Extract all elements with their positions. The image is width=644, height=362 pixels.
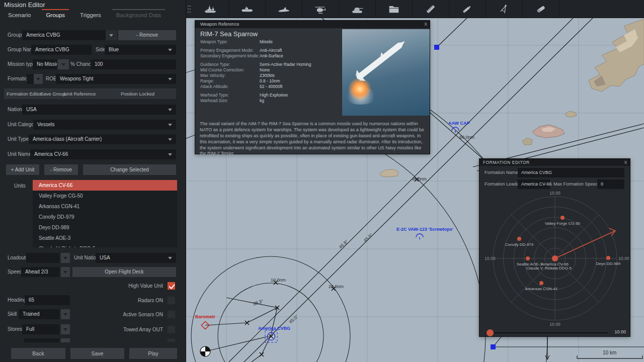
unit-list-item[interactable]: Conolly DD-979 — [33, 212, 177, 222]
tab-scenario[interactable]: Scenario — [4, 9, 35, 22]
stat-label: Guidance Type: — [200, 62, 260, 67]
ruler-icon[interactable] — [413, 0, 449, 18]
open-flight-deck-button[interactable]: Open Flight Deck — [72, 267, 176, 277]
map-marker-square[interactable] — [434, 45, 439, 50]
groups-dropdown-arrow[interactable] — [106, 30, 117, 40]
stat-value: Missile — [260, 39, 273, 45]
stores-dropdown[interactable]: Full — [22, 324, 59, 334]
unit-list-item[interactable]: Seattle AOE-3 — [33, 233, 177, 243]
panel-title: Mission Editor — [4, 1, 45, 9]
map-marker-circle-x[interactable] — [265, 330, 277, 342]
mission-editor-panel: Mission Editor ScenarioGroupsTriggersBac… — [0, 0, 186, 362]
radars-on-label: Radars ON — [98, 296, 163, 305]
submarine-icon[interactable] — [229, 0, 266, 18]
unit-list-item[interactable]: America CV-66 — [33, 180, 177, 191]
loadouts-dropdown[interactable] — [26, 253, 59, 263]
skill-arrow-button[interactable] — [61, 309, 70, 319]
formation-unit-dot[interactable] — [526, 256, 530, 260]
weapon-reference-title: Weapon Reference — [200, 22, 239, 27]
formation-plot[interactable]: 10.00 10.00 10.00 10.00 Valley Forge CG-… — [479, 159, 631, 337]
side-dropdown[interactable]: Blue — [105, 45, 176, 55]
heading-input[interactable]: 65 — [25, 295, 70, 305]
formation-unit-dot[interactable] — [560, 216, 565, 220]
weapon-stat-row: Secondary Engagement Mode:Anti-Surface — [200, 53, 337, 59]
stat-label: Weapon Type: — [200, 39, 260, 45]
folder-icon[interactable] — [376, 0, 413, 18]
unit-list-item[interactable]: Arkansas CGN-41 — [33, 201, 177, 212]
formation-unit-dot[interactable] — [539, 281, 543, 285]
formation-unit-dot[interactable] — [552, 255, 558, 261]
unit-category-dropdown[interactable]: Vessels — [33, 120, 176, 130]
toolbar-grip-icon[interactable] — [186, 0, 192, 18]
plot-scale-right: 10.00 — [618, 256, 629, 261]
loadouts-label: Loadouts — [8, 253, 28, 263]
tab-background-data[interactable]: Background Data — [112, 9, 165, 22]
remove-unit-button[interactable]: - Remove — [44, 164, 78, 175]
formation-unit-dot[interactable] — [606, 256, 610, 260]
nation-dropdown[interactable]: USA — [22, 105, 176, 115]
unit-type-dropdown[interactable]: America-class (Aircraft Carrier) — [29, 134, 176, 144]
back-button[interactable]: Back — [11, 348, 65, 359]
action-save-group[interactable]: Save Group — [40, 88, 66, 99]
weapon-name: RIM-7 Sea Sparrow — [200, 30, 258, 38]
loadouts-arrow-button[interactable] — [61, 253, 70, 263]
map-label: AAW CAP — [448, 121, 470, 126]
action-position-locked[interactable]: Position Locked — [121, 88, 154, 99]
pencil-icon[interactable] — [449, 0, 486, 18]
speed-arrow-button[interactable] — [61, 267, 70, 277]
units-list[interactable]: America CV-66Valley Forge CG-50Arkansas … — [33, 180, 177, 247]
high-value-unit-checkbox[interactable] — [167, 282, 176, 290]
unit-nation-dropdown[interactable]: USA — [96, 253, 176, 263]
towed-array-checkbox[interactable] — [167, 325, 176, 334]
action-formation-editor[interactable]: Formation Editor — [7, 88, 42, 99]
compass-icon[interactable] — [486, 0, 523, 18]
plot-scale-top: 10.00 — [549, 191, 560, 196]
mission-type-dropdown[interactable]: No Mission — [33, 59, 57, 69]
close-icon[interactable]: X — [424, 21, 427, 28]
map-marker-quarter-circle[interactable] — [200, 346, 210, 356]
unit-list-item[interactable]: Valley Forge CG-50 — [33, 191, 177, 201]
stat-label: Max Velocity: — [200, 73, 260, 78]
zoom-slider-track[interactable] — [495, 332, 608, 333]
unit-list-item[interactable]: Deyo DD-989 — [33, 222, 177, 233]
chevron-down-icon — [61, 63, 65, 66]
chance-input[interactable]: 100 — [91, 59, 176, 69]
active-sonars-checkbox[interactable] — [167, 310, 176, 319]
formation-arrow-button[interactable] — [34, 74, 43, 84]
play-button[interactable]: Play — [129, 348, 177, 359]
tank-icon[interactable] — [339, 0, 376, 18]
save-button[interactable]: Save — [70, 348, 124, 359]
stores-arrow-button[interactable] — [61, 324, 70, 334]
remove-group-button[interactable]: - Remove — [118, 30, 176, 40]
zoom-slider-handle[interactable] — [487, 329, 494, 336]
map-marker-square[interactable] — [491, 344, 496, 349]
map-marker-air-arc[interactable] — [416, 234, 423, 239]
helicopter-icon[interactable] — [302, 0, 339, 18]
action-unit-reference[interactable]: Unit Reference — [64, 88, 96, 99]
plot-scale-bottom: 10.00 — [549, 322, 560, 327]
groups-dropdown[interactable]: America CVBG — [22, 30, 106, 40]
eraser-icon[interactable] — [523, 0, 559, 18]
add-unit-button[interactable]: + Add Unit — [6, 164, 39, 175]
roe-dropdown[interactable]: Weapons Tight — [56, 74, 176, 84]
mission-type-arrow-button[interactable] — [58, 59, 69, 69]
speed-dropdown[interactable]: Ahead 2/3 — [21, 267, 59, 277]
tab-groups[interactable]: Groups — [42, 9, 69, 22]
weapon-stat-row: Attack Altitude:52 - 40000ft — [200, 84, 337, 89]
change-selected-button[interactable]: Change Selected — [83, 164, 176, 175]
chevron-down-icon — [36, 78, 40, 80]
skill-dropdown[interactable]: Trained — [19, 309, 59, 319]
unit-list-item[interactable]: Claude V. Rickets DDG-5 — [33, 243, 177, 247]
weapon-stat-row: Max Velocity:2300kts — [200, 73, 337, 78]
group-name-input[interactable]: America CVBG — [31, 45, 92, 55]
weapon-reference-titlebar[interactable]: Weapon Reference X — [195, 21, 430, 28]
radars-on-checkbox[interactable] — [167, 296, 176, 305]
nation-label: Nation — [8, 105, 22, 115]
map-marker-x[interactable] — [260, 352, 264, 356]
tab-triggers[interactable]: Triggers — [76, 9, 105, 22]
warship-icon[interactable] — [192, 0, 229, 18]
aircraft-icon[interactable] — [266, 0, 302, 18]
formation-unit-dot[interactable] — [517, 237, 521, 241]
stat-label: Warhead Type: — [200, 93, 260, 98]
unit-name-dropdown[interactable]: America CV-66 — [30, 149, 176, 159]
